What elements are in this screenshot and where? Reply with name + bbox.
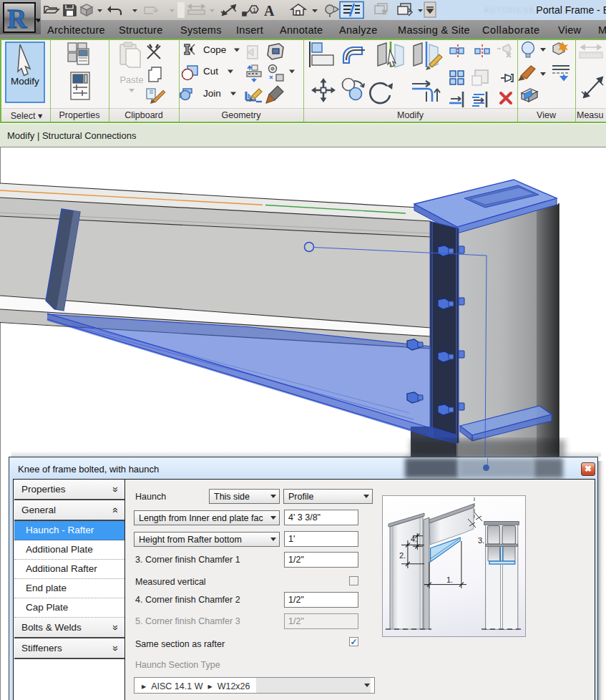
svg-text:Cut: Cut [203,66,218,77]
svg-text:A: A [264,3,275,19]
svg-text:Paste: Paste [119,74,143,85]
svg-text:1: 1 [253,6,256,14]
svg-text:R: R [7,5,27,32]
svg-text:3.: 3. [478,536,484,545]
svg-text:Modify: Modify [11,76,39,87]
svg-text:2.: 2. [399,551,406,560]
svg-text:Cope: Cope [203,44,226,55]
svg-text:1.: 1. [446,575,453,584]
svg-text:Join: Join [203,88,221,99]
svg-text:4.: 4. [411,535,417,543]
